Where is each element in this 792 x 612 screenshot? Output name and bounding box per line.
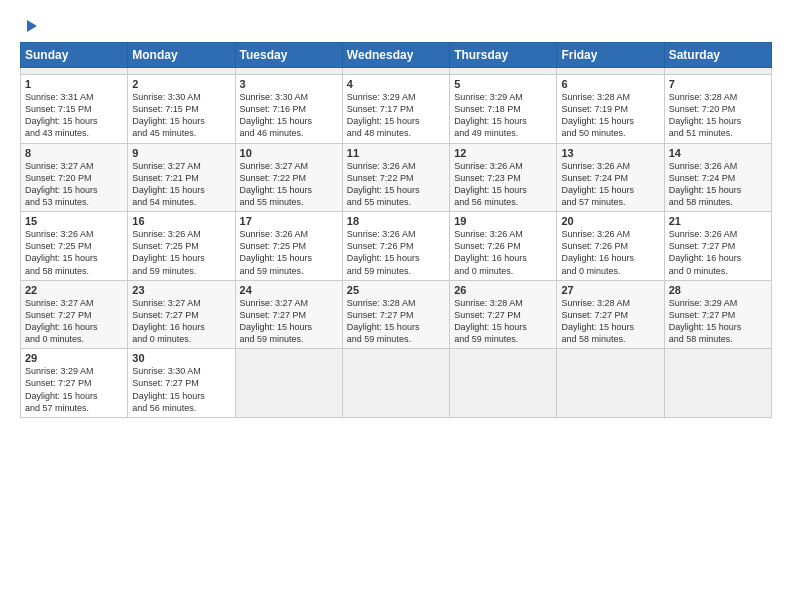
day-number: 17 bbox=[240, 215, 338, 227]
day-cell: 25Sunrise: 3:28 AM Sunset: 7:27 PM Dayli… bbox=[342, 280, 449, 349]
day-number: 28 bbox=[669, 284, 767, 296]
day-cell bbox=[450, 68, 557, 75]
day-cell: 13Sunrise: 3:26 AM Sunset: 7:24 PM Dayli… bbox=[557, 143, 664, 212]
day-cell: 6Sunrise: 3:28 AM Sunset: 7:19 PM Daylig… bbox=[557, 75, 664, 144]
day-number: 19 bbox=[454, 215, 552, 227]
day-info: Sunrise: 3:29 AM Sunset: 7:17 PM Dayligh… bbox=[347, 91, 445, 140]
day-cell: 14Sunrise: 3:26 AM Sunset: 7:24 PM Dayli… bbox=[664, 143, 771, 212]
day-info: Sunrise: 3:26 AM Sunset: 7:26 PM Dayligh… bbox=[561, 228, 659, 277]
day-number: 29 bbox=[25, 352, 123, 364]
day-number: 3 bbox=[240, 78, 338, 90]
day-number: 21 bbox=[669, 215, 767, 227]
weekday-header-monday: Monday bbox=[128, 43, 235, 68]
day-number: 7 bbox=[669, 78, 767, 90]
day-info: Sunrise: 3:28 AM Sunset: 7:27 PM Dayligh… bbox=[561, 297, 659, 346]
day-number: 11 bbox=[347, 147, 445, 159]
day-info: Sunrise: 3:28 AM Sunset: 7:27 PM Dayligh… bbox=[347, 297, 445, 346]
day-cell: 5Sunrise: 3:29 AM Sunset: 7:18 PM Daylig… bbox=[450, 75, 557, 144]
day-cell: 4Sunrise: 3:29 AM Sunset: 7:17 PM Daylig… bbox=[342, 75, 449, 144]
week-row-2: 8Sunrise: 3:27 AM Sunset: 7:20 PM Daylig… bbox=[21, 143, 772, 212]
page: SundayMondayTuesdayWednesdayThursdayFrid… bbox=[0, 0, 792, 612]
calendar-table: SundayMondayTuesdayWednesdayThursdayFrid… bbox=[20, 42, 772, 418]
day-cell bbox=[664, 349, 771, 418]
day-info: Sunrise: 3:29 AM Sunset: 7:18 PM Dayligh… bbox=[454, 91, 552, 140]
day-cell bbox=[664, 68, 771, 75]
day-info: Sunrise: 3:26 AM Sunset: 7:22 PM Dayligh… bbox=[347, 160, 445, 209]
day-number: 8 bbox=[25, 147, 123, 159]
day-cell: 8Sunrise: 3:27 AM Sunset: 7:20 PM Daylig… bbox=[21, 143, 128, 212]
week-row-4: 22Sunrise: 3:27 AM Sunset: 7:27 PM Dayli… bbox=[21, 280, 772, 349]
day-cell bbox=[557, 68, 664, 75]
week-row-3: 15Sunrise: 3:26 AM Sunset: 7:25 PM Dayli… bbox=[21, 212, 772, 281]
day-number: 25 bbox=[347, 284, 445, 296]
day-info: Sunrise: 3:26 AM Sunset: 7:24 PM Dayligh… bbox=[561, 160, 659, 209]
day-info: Sunrise: 3:30 AM Sunset: 7:16 PM Dayligh… bbox=[240, 91, 338, 140]
day-cell: 30Sunrise: 3:30 AM Sunset: 7:27 PM Dayli… bbox=[128, 349, 235, 418]
day-number: 24 bbox=[240, 284, 338, 296]
day-cell: 11Sunrise: 3:26 AM Sunset: 7:22 PM Dayli… bbox=[342, 143, 449, 212]
day-info: Sunrise: 3:27 AM Sunset: 7:27 PM Dayligh… bbox=[132, 297, 230, 346]
logo-icon bbox=[21, 18, 39, 36]
svg-marker-0 bbox=[27, 20, 37, 32]
day-info: Sunrise: 3:29 AM Sunset: 7:27 PM Dayligh… bbox=[25, 365, 123, 414]
day-cell: 28Sunrise: 3:29 AM Sunset: 7:27 PM Dayli… bbox=[664, 280, 771, 349]
day-cell: 27Sunrise: 3:28 AM Sunset: 7:27 PM Dayli… bbox=[557, 280, 664, 349]
day-info: Sunrise: 3:26 AM Sunset: 7:25 PM Dayligh… bbox=[132, 228, 230, 277]
day-info: Sunrise: 3:30 AM Sunset: 7:27 PM Dayligh… bbox=[132, 365, 230, 414]
day-number: 2 bbox=[132, 78, 230, 90]
day-cell: 24Sunrise: 3:27 AM Sunset: 7:27 PM Dayli… bbox=[235, 280, 342, 349]
day-number: 9 bbox=[132, 147, 230, 159]
day-cell: 17Sunrise: 3:26 AM Sunset: 7:25 PM Dayli… bbox=[235, 212, 342, 281]
day-number: 26 bbox=[454, 284, 552, 296]
day-cell: 2Sunrise: 3:30 AM Sunset: 7:15 PM Daylig… bbox=[128, 75, 235, 144]
day-cell: 29Sunrise: 3:29 AM Sunset: 7:27 PM Dayli… bbox=[21, 349, 128, 418]
day-cell bbox=[557, 349, 664, 418]
week-row-0 bbox=[21, 68, 772, 75]
day-number: 13 bbox=[561, 147, 659, 159]
day-cell bbox=[342, 349, 449, 418]
day-number: 23 bbox=[132, 284, 230, 296]
day-info: Sunrise: 3:27 AM Sunset: 7:20 PM Dayligh… bbox=[25, 160, 123, 209]
day-cell: 22Sunrise: 3:27 AM Sunset: 7:27 PM Dayli… bbox=[21, 280, 128, 349]
day-cell bbox=[342, 68, 449, 75]
day-info: Sunrise: 3:28 AM Sunset: 7:27 PM Dayligh… bbox=[454, 297, 552, 346]
day-cell bbox=[450, 349, 557, 418]
day-info: Sunrise: 3:27 AM Sunset: 7:27 PM Dayligh… bbox=[25, 297, 123, 346]
day-info: Sunrise: 3:30 AM Sunset: 7:15 PM Dayligh… bbox=[132, 91, 230, 140]
day-cell bbox=[235, 68, 342, 75]
day-info: Sunrise: 3:26 AM Sunset: 7:24 PM Dayligh… bbox=[669, 160, 767, 209]
day-cell: 18Sunrise: 3:26 AM Sunset: 7:26 PM Dayli… bbox=[342, 212, 449, 281]
day-info: Sunrise: 3:26 AM Sunset: 7:23 PM Dayligh… bbox=[454, 160, 552, 209]
day-number: 27 bbox=[561, 284, 659, 296]
day-number: 15 bbox=[25, 215, 123, 227]
day-info: Sunrise: 3:27 AM Sunset: 7:21 PM Dayligh… bbox=[132, 160, 230, 209]
logo bbox=[20, 16, 39, 36]
header bbox=[20, 16, 772, 36]
day-cell: 16Sunrise: 3:26 AM Sunset: 7:25 PM Dayli… bbox=[128, 212, 235, 281]
day-info: Sunrise: 3:31 AM Sunset: 7:15 PM Dayligh… bbox=[25, 91, 123, 140]
weekday-header-saturday: Saturday bbox=[664, 43, 771, 68]
day-cell: 3Sunrise: 3:30 AM Sunset: 7:16 PM Daylig… bbox=[235, 75, 342, 144]
day-cell: 26Sunrise: 3:28 AM Sunset: 7:27 PM Dayli… bbox=[450, 280, 557, 349]
day-cell: 1Sunrise: 3:31 AM Sunset: 7:15 PM Daylig… bbox=[21, 75, 128, 144]
day-number: 22 bbox=[25, 284, 123, 296]
day-number: 6 bbox=[561, 78, 659, 90]
day-cell bbox=[235, 349, 342, 418]
day-info: Sunrise: 3:28 AM Sunset: 7:19 PM Dayligh… bbox=[561, 91, 659, 140]
day-info: Sunrise: 3:27 AM Sunset: 7:22 PM Dayligh… bbox=[240, 160, 338, 209]
day-info: Sunrise: 3:26 AM Sunset: 7:25 PM Dayligh… bbox=[25, 228, 123, 277]
day-info: Sunrise: 3:26 AM Sunset: 7:26 PM Dayligh… bbox=[454, 228, 552, 277]
day-cell: 23Sunrise: 3:27 AM Sunset: 7:27 PM Dayli… bbox=[128, 280, 235, 349]
weekday-header-row: SundayMondayTuesdayWednesdayThursdayFrid… bbox=[21, 43, 772, 68]
day-cell: 15Sunrise: 3:26 AM Sunset: 7:25 PM Dayli… bbox=[21, 212, 128, 281]
day-cell: 21Sunrise: 3:26 AM Sunset: 7:27 PM Dayli… bbox=[664, 212, 771, 281]
day-number: 12 bbox=[454, 147, 552, 159]
day-number: 4 bbox=[347, 78, 445, 90]
day-number: 10 bbox=[240, 147, 338, 159]
week-row-1: 1Sunrise: 3:31 AM Sunset: 7:15 PM Daylig… bbox=[21, 75, 772, 144]
day-info: Sunrise: 3:26 AM Sunset: 7:26 PM Dayligh… bbox=[347, 228, 445, 277]
weekday-header-friday: Friday bbox=[557, 43, 664, 68]
day-number: 18 bbox=[347, 215, 445, 227]
day-info: Sunrise: 3:27 AM Sunset: 7:27 PM Dayligh… bbox=[240, 297, 338, 346]
weekday-header-wednesday: Wednesday bbox=[342, 43, 449, 68]
